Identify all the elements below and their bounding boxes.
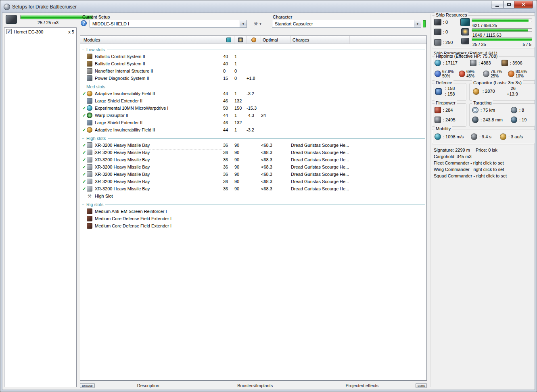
setup-tools-button[interactable]: ⚒ ▼: [251, 20, 265, 28]
rig-icon: [87, 223, 92, 229]
fleet-commander-text[interactable]: Fleet Commander - right click to set: [434, 161, 504, 165]
stats-panel: Ship Resources : 0 : 0 : 250 621 / 656.2…: [430, 14, 535, 387]
tab-boosters-implants[interactable]: Boosters\Implants: [202, 383, 309, 388]
kinetic-armor-resist: 25%: [491, 74, 499, 78]
drone-checkbox[interactable]: ✓: [6, 29, 12, 34]
pg-value: 132: [234, 98, 247, 103]
shield-hp-icon: [435, 60, 441, 66]
hitpoints-title: Hitpoints (Effective HP: 75,788): [435, 54, 499, 58]
slot-group-header: Med slots: [80, 83, 426, 90]
kinetic-shield-resist: 76.7%: [491, 69, 502, 74]
cpu-value: 36: [223, 179, 234, 184]
volley-icon: [435, 117, 441, 123]
optimal-value: <68.3: [261, 150, 291, 155]
module-row[interactable]: ✓Warp Disruptor II441-4.324: [80, 112, 426, 119]
dps-value: : 284: [443, 108, 453, 113]
column-header-charges[interactable]: Charges: [291, 36, 350, 44]
modules-table-header[interactable]: Modules Optimal Charges: [80, 36, 426, 44]
armor-hp-icon: [470, 60, 476, 66]
cpu-value: 36: [223, 157, 234, 162]
drone-list[interactable]: ✓ Hornet EC-300 x 5: [4, 27, 77, 387]
character-dropdown-button[interactable]: ▼: [414, 20, 421, 27]
cargohold-text: Cargohold: 345 m3: [434, 154, 472, 159]
shield-extender-icon: [87, 120, 92, 125]
minimize-button[interactable]: [491, 1, 503, 8]
module-row[interactable]: ✓XR-3200 Heavy Missile Bay3690<68.3Dread…: [80, 163, 426, 171]
character-combobox[interactable]: Standart Capsuleer ▼: [272, 20, 421, 28]
module-row[interactable]: Medium Core Defense Field Extender I: [80, 215, 426, 222]
pg-value: 0: [234, 76, 247, 81]
dronebay-bar: [472, 38, 532, 41]
squad-commander-text[interactable]: Squad Commander - right click to set: [434, 173, 507, 178]
setup-combobox[interactable]: MIDDLE-SHIELD I ▼: [90, 20, 247, 28]
targeting-title: Targeting: [472, 100, 493, 105]
drone-list-item[interactable]: ✓ Hornet EC-300 x 5: [4, 28, 76, 35]
warp-disruptor-icon: [87, 113, 92, 118]
mobility-group: Mobility : 1098 m/s : 9.4 s : 3 au/s: [432, 129, 535, 144]
cpu-value: 36: [223, 143, 234, 148]
titlebar[interactable]: Setups for Drake Battlecruiser ✕: [1, 1, 536, 13]
tab-projected-effects[interactable]: Projected effects: [309, 383, 416, 388]
column-header-optimal[interactable]: Optimal: [261, 36, 291, 44]
capacitor-group: Capacitor (Lasts: 3m 3s) : 2870 - 26 +13…: [469, 83, 535, 101]
module-row[interactable]: Nanofiber Internal Structure II00: [80, 67, 426, 75]
module-row[interactable]: ✓XR-3200 Heavy Missile Bay3690<68.3Dread…: [80, 149, 426, 156]
cpu-value: 46: [223, 98, 234, 103]
active-check-icon: ✓: [80, 127, 87, 133]
module-row[interactable]: Power Diagnostic System II150+1.8: [80, 75, 426, 82]
modules-table: Modules Optimal Charges Low slotsBallist…: [80, 35, 427, 381]
browser-toggle-button[interactable]: Browse: [80, 383, 95, 388]
cap-value: -3.2: [247, 91, 261, 96]
help-icon[interactable]: ?: [81, 20, 87, 26]
module-row[interactable]: Medium Core Defense Field Extender I: [80, 222, 426, 229]
module-name: XR-3200 Heavy Missile Bay: [94, 179, 223, 184]
missile-bay-icon: [87, 186, 92, 192]
module-name: Experimental 10MN MicroWarpdrive I: [94, 105, 223, 111]
capacitor-capacity: : 2870: [483, 89, 495, 94]
scan-resolution-icon: [472, 117, 478, 123]
content-area: 25 / 25 m3 ✓ Hornet EC-300 x 5 Current S…: [2, 13, 535, 390]
module-row[interactable]: ✓XR-3200 Heavy Missile Bay3690<68.3Dread…: [80, 171, 426, 178]
defence-value-1: : 158: [445, 86, 455, 91]
module-row[interactable]: ✓Adaptive Invulnerability Field II441-3.…: [80, 126, 426, 133]
module-name: Nanofiber Internal Structure II: [94, 68, 223, 74]
wing-commander-text[interactable]: Wing Commander - right click to set: [434, 167, 504, 172]
setup-dropdown-button[interactable]: ▼: [240, 20, 247, 27]
cap-value: +1.8: [247, 76, 261, 81]
module-row[interactable]: Large Shield Extender II46132: [80, 97, 426, 104]
pg-value: 1: [234, 113, 247, 118]
module-row[interactable]: ✓Experimental 10MN MicroWarpdrive I50150…: [80, 104, 426, 112]
pg-value: 90: [234, 179, 247, 184]
volley-value: : 2495: [443, 117, 456, 122]
module-row[interactable]: ✓XR-3200 Heavy Missile Bay3690<68.3Dread…: [80, 156, 426, 163]
wrench-icon: ⚒: [254, 21, 258, 27]
module-name: XR-3200 Heavy Missile Bay: [94, 142, 223, 148]
warp-speed-value: : 3 au/s: [508, 134, 523, 139]
column-header-modules[interactable]: Modules: [80, 36, 223, 44]
module-row[interactable]: ⚒High Slot: [80, 192, 426, 200]
column-header-powergrid[interactable]: [234, 36, 247, 44]
column-header-cpu[interactable]: [223, 36, 234, 44]
column-header-capacitor[interactable]: [247, 36, 261, 44]
module-row[interactable]: Ballistic Control System II401: [80, 60, 426, 67]
close-button[interactable]: ✕: [514, 1, 533, 8]
charge-value: Dread Guristas Scourge He...: [291, 157, 350, 162]
tab-description[interactable]: Description: [95, 383, 202, 388]
dps-icon: [435, 107, 441, 113]
stats-toggle-button[interactable]: Stats: [416, 383, 427, 388]
maximize-button[interactable]: [503, 1, 514, 8]
module-row[interactable]: Large Shield Extender II46132: [80, 119, 426, 126]
module-row[interactable]: ✓XR-3200 Heavy Missile Bay3690<68.3Dread…: [80, 185, 426, 192]
module-row[interactable]: Medium Anti-EM Screen Reinforcer I: [80, 208, 426, 215]
pg-value: 90: [234, 186, 247, 191]
module-row[interactable]: ✓XR-3200 Heavy Missile Bay3690<68.3Dread…: [80, 178, 426, 185]
app-icon: [4, 4, 10, 10]
module-row[interactable]: ✓XR-3200 Heavy Missile Bay3690<68.3Dread…: [80, 142, 426, 149]
module-row[interactable]: ✓Adaptive Invulnerability Field II441-3.…: [80, 90, 426, 97]
slot-group-header: High slots: [80, 135, 426, 142]
current-setup-label: Current Setup: [82, 15, 110, 19]
cpu-value: 44: [223, 113, 234, 118]
optimal-value: <68.3: [261, 157, 291, 162]
cpu-value: 36: [223, 150, 234, 155]
module-row[interactable]: Ballistic Control System II401: [80, 53, 426, 60]
